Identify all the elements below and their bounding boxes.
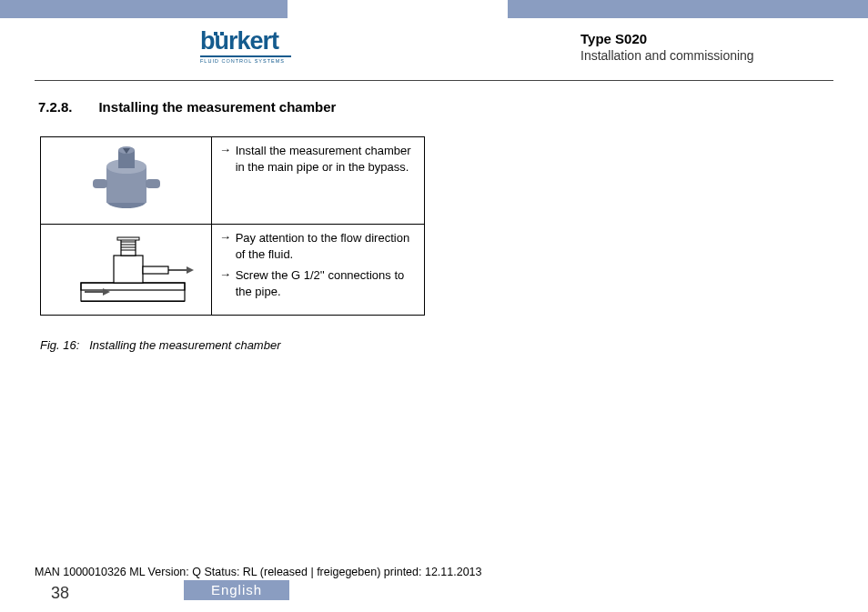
logo-tagline: FLUID CONTROL SYSTEMS <box>200 58 309 64</box>
chamber-3d-icon <box>76 143 177 216</box>
step-text: Screw the G 1/2'' connections to the pip… <box>236 267 416 299</box>
instruction-cell: → Pay attention to the flow direction of… <box>212 225 425 316</box>
svg-rect-17 <box>117 237 139 240</box>
arrow-icon: → <box>219 267 232 281</box>
doc-type: Type S020 <box>580 31 754 46</box>
doc-subtitle: Installation and commissioning <box>580 48 754 63</box>
chamber-schematic-icon <box>54 230 199 306</box>
instruction-table: → Install the measurement chamber in the… <box>40 136 425 316</box>
figure-cell <box>41 137 212 225</box>
footer-meta: MAN 1000010326 ML Version: Q Status: RL … <box>35 566 482 578</box>
instruction-cell: → Install the measurement chamber in the… <box>212 137 425 225</box>
figure-cell <box>41 225 212 316</box>
svg-rect-22 <box>143 266 168 274</box>
step-text: Pay attention to the flow direction of t… <box>236 230 416 262</box>
top-bar <box>0 0 868 18</box>
section-number: 7.2.8. <box>38 99 95 115</box>
arrow-icon: → <box>219 143 232 156</box>
header-rule <box>35 80 833 81</box>
svg-rect-7 <box>146 179 160 188</box>
top-band-right <box>508 0 868 18</box>
svg-rect-6 <box>93 179 107 188</box>
top-band-left <box>0 0 288 18</box>
caption-text: Installing the measurement chamber <box>89 338 280 352</box>
section-title: Installing the measurement chamber <box>98 99 371 115</box>
arrow-icon: → <box>219 230 232 244</box>
section-heading: 7.2.8. Installing the measurement chambe… <box>38 99 439 115</box>
svg-marker-21 <box>187 266 194 274</box>
table-row: → Install the measurement chamber in the… <box>41 137 425 225</box>
table-row: → Pay attention to the flow direction of… <box>41 225 425 316</box>
step-text: Install the measurement chamber in the m… <box>236 143 416 175</box>
caption-label: Fig. 16: <box>40 338 79 352</box>
svg-rect-8 <box>81 283 185 290</box>
brand-logo: burkert FLUID CONTROL SYSTEMS <box>200 29 309 64</box>
svg-rect-11 <box>114 256 143 283</box>
language-badge: English <box>184 580 289 600</box>
logo-line <box>200 55 291 57</box>
svg-marker-19 <box>103 288 110 296</box>
figure-caption: Fig. 16: Installing the measurement cham… <box>40 338 280 352</box>
doc-header: Type S020 Installation and commissioning <box>580 31 754 63</box>
page-number: 38 <box>51 584 69 603</box>
